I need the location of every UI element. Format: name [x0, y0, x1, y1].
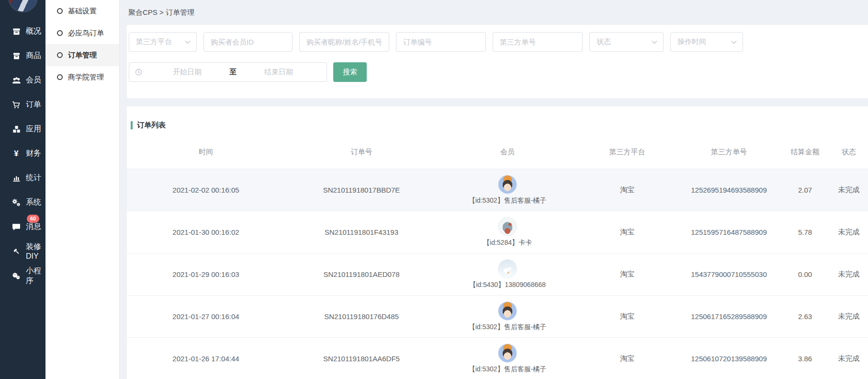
date-range-to-label: 至 — [229, 68, 237, 77]
member-avatar[interactable] — [498, 217, 517, 236]
cell-third-no: 1543779000710555030 — [677, 270, 780, 278]
column-header-member: 会员 — [438, 148, 577, 157]
member-name: 【id:5430】13809068668 — [469, 281, 546, 289]
stats-icon — [11, 174, 21, 183]
start-date-placeholder[interactable]: 开始日期 — [145, 68, 229, 77]
cell-time: 2021-01-30 00:16:02 — [127, 228, 285, 236]
sidebar-item-apps[interactable]: 应用 — [0, 117, 45, 141]
cell-status: 未完成 — [830, 228, 868, 237]
cell-third-no: 1251595716487588909 — [677, 228, 780, 236]
circle-icon — [57, 8, 63, 14]
member-avatar[interactable] — [498, 175, 517, 194]
sidebar-item-system[interactable]: 系统 — [0, 190, 45, 215]
table-row[interactable]: 2021-01-30 00:16:02 SN2101191801F43193 【… — [127, 211, 868, 253]
status-select[interactable]: 状态 — [589, 32, 664, 52]
column-header-platform: 第三方平台 — [577, 148, 677, 157]
table-row[interactable]: 2021-01-29 00:16:03 SN2101191801AED078 【… — [127, 253, 868, 296]
sidebar-item-goods[interactable]: 商品 — [0, 44, 45, 68]
table-row[interactable]: 2021-01-27 00:16:04 SN210119180176D485 【… — [127, 296, 868, 338]
title-accent-bar — [131, 121, 133, 129]
circle-icon — [57, 52, 63, 58]
filter-row-2: 开始日期 至 结束日期 搜索 — [129, 62, 868, 82]
sidebar-item-label: 消息 — [26, 222, 41, 232]
cell-member: 【id:5302】售后客服-橘子 — [438, 301, 577, 332]
sidebar-item-orders[interactable]: 订单 — [0, 92, 45, 117]
system-icon — [11, 198, 21, 207]
sidebar-item-label: 应用 — [26, 124, 41, 134]
member-avatar[interactable] — [498, 344, 517, 363]
breadcrumb: 聚合CPS > 订单管理 — [120, 0, 868, 25]
filter-row-1: 第三方平台 状态 操作时间 — [129, 32, 868, 52]
cell-platform: 淘宝 — [577, 312, 677, 321]
column-header-order-no: 订单号 — [285, 148, 438, 157]
platform-select[interactable]: 第三方平台 — [129, 32, 197, 52]
clock-icon — [135, 69, 142, 76]
cell-time: 2021-01-26 17:04:44 — [127, 355, 285, 363]
menu-item-label: 基础设置 — [68, 7, 97, 16]
cell-platform: 淘宝 — [577, 354, 677, 363]
cell-amount: 3.86 — [780, 355, 830, 363]
circle-icon — [57, 74, 63, 80]
cell-time: 2021-01-27 00:16:04 — [127, 312, 285, 321]
user-avatar[interactable] — [8, 0, 38, 12]
sidebar-item-finance[interactable]: ¥ 财务 — [0, 141, 45, 166]
menu-item-order-management[interactable]: 订单管理 — [45, 44, 119, 66]
section-gap — [120, 98, 868, 106]
cell-member: 【id:5302】售后客服-橘子 — [438, 175, 577, 205]
sidebar-item-label: 订单 — [26, 100, 41, 110]
message-icon — [11, 223, 21, 231]
member-avatar[interactable] — [498, 301, 517, 321]
sidebar-item-overview[interactable]: 概况 — [0, 19, 45, 44]
apps-icon — [11, 125, 21, 134]
secondary-menu: 基础设置 必应鸟订单 订单管理 商学院管理 — [45, 0, 120, 379]
menu-item-label: 必应鸟订单 — [68, 29, 104, 38]
menu-item-bingbird-orders[interactable]: 必应鸟订单 — [45, 22, 119, 44]
search-button[interactable]: 搜索 — [333, 62, 367, 82]
status-select-placeholder: 状态 — [597, 37, 611, 46]
operation-time-placeholder: 操作时间 — [677, 37, 706, 46]
cell-time: 2021-02-02 00:16:05 — [127, 186, 285, 194]
sidebar-item-label: 商品 — [26, 51, 41, 61]
cell-amount: 5.78 — [780, 228, 830, 236]
sidebar-item-messages[interactable]: 60 消息 — [0, 215, 45, 239]
order-no-input[interactable] — [396, 32, 486, 52]
sidebar-item-diy[interactable]: 装修DIY — [0, 239, 45, 264]
primary-sidebar: 概况 商品 会员 订单 应用 ¥ 财务 — [0, 0, 45, 379]
operation-time-select[interactable]: 操作时间 — [670, 32, 743, 52]
sidebar-item-members[interactable]: 会员 — [0, 68, 45, 92]
cell-amount: 2.63 — [780, 312, 830, 321]
main-content: 聚合CPS > 订单管理 第三方平台 状态 操作时间 — [120, 0, 868, 379]
circle-icon — [57, 30, 63, 36]
cell-order-no: SN210119180176D485 — [285, 312, 438, 321]
end-date-placeholder[interactable]: 结束日期 — [237, 68, 321, 77]
cell-order-no: SN2101191801AA6DF5 — [285, 355, 438, 363]
cell-order-no: SN2101191801AED078 — [285, 270, 438, 278]
buyer-input[interactable] — [299, 32, 389, 52]
order-list-title: 订单列表 — [127, 121, 868, 130]
third-party-no-input[interactable] — [493, 32, 583, 52]
menu-item-academy-management[interactable]: 商学院管理 — [45, 66, 119, 88]
member-id-input[interactable] — [203, 32, 293, 52]
menu-item-label: 订单管理 — [68, 51, 97, 60]
miniprogram-icon — [11, 272, 21, 280]
member-name: 【id:5302】售后客服-橘子 — [469, 365, 547, 374]
orders-icon — [11, 101, 21, 109]
sidebar-item-label: 系统 — [26, 197, 41, 207]
table-row[interactable]: 2021-01-26 17:04:44 SN2101191801AA6DF5 【… — [127, 338, 868, 379]
table-header: 时间 订单号 会员 第三方平台 第三方单号 结算金额 状态 — [127, 136, 868, 169]
goods-icon — [11, 52, 21, 60]
column-header-status: 状态 — [830, 148, 868, 157]
column-header-amount: 结算金额 — [780, 148, 830, 157]
cell-status: 未完成 — [830, 185, 868, 195]
menu-item-basic-settings[interactable]: 基础设置 — [45, 0, 119, 22]
platform-select-placeholder: 第三方平台 — [136, 37, 172, 46]
member-avatar[interactable] — [498, 259, 517, 278]
cell-order-no: SN2101191801F43193 — [285, 228, 438, 236]
sidebar-item-stats[interactable]: 统计 — [0, 166, 45, 190]
sidebar-item-miniprogram[interactable]: 小程序 — [0, 264, 45, 288]
date-range-picker[interactable]: 开始日期 至 结束日期 — [129, 62, 327, 82]
table-row[interactable]: 2021-02-02 00:16:05 SN21011918017BBD7E 【… — [127, 169, 868, 211]
cell-amount: 2.07 — [780, 186, 830, 194]
diy-icon — [11, 247, 21, 256]
message-count-badge: 60 — [27, 215, 39, 223]
